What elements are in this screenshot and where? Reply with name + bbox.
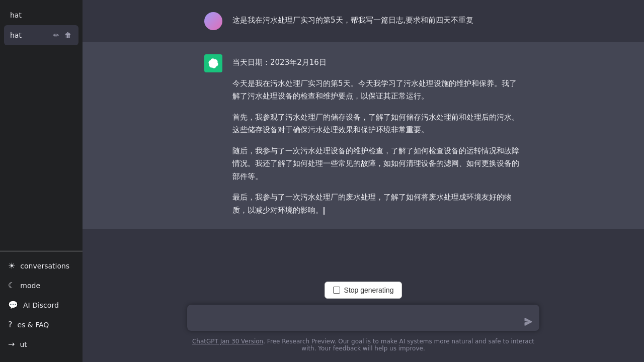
chat-item-label: hat	[10, 11, 72, 19]
sidebar-bottom-item-logout[interactable]: → ut	[4, 334, 78, 354]
bottom-item-icon-clear: ☀	[8, 261, 15, 270]
bottom-item-label-faq: es & FAQ	[18, 321, 49, 329]
assistant-para-4: 最后，我参与了一次污水处理厂的废水处理，了解了如何将废水处理成环境友好的物质，以…	[232, 191, 522, 217]
sidebar-chat-item-chat1[interactable]: hat	[4, 6, 78, 24]
chat-actions: ✏ 🗑	[52, 30, 72, 40]
user-message-text: 这是我在污水处理厂实习的第5天，帮我写一篇日志,要求和前四天不重复	[232, 14, 522, 27]
sidebar-bottom-item-discord[interactable]: 💬 AI Discord	[4, 295, 78, 315]
stop-generating-label: Stop generating	[344, 286, 394, 294]
stop-generating-button[interactable]: Stop generating	[325, 282, 403, 299]
edit-chat-button[interactable]: ✏	[52, 30, 60, 40]
input-area	[187, 305, 539, 333]
bottom-item-icon-faq: ?	[8, 320, 13, 329]
assistant-avatar	[204, 54, 222, 72]
sidebar-bottom-item-mode[interactable]: ☾ mode	[4, 276, 78, 295]
chat-item-label: hat	[10, 31, 49, 39]
bottom-item-label-discord: AI Discord	[23, 301, 59, 309]
assistant-para-3: 随后，我参与了一次污水处理设备的维护检查，了解了如何检查设备的运转情况和故障情况…	[232, 145, 522, 184]
delete-chat-button[interactable]: 🗑	[63, 30, 72, 40]
stop-icon	[333, 287, 340, 294]
sidebar: hathat ✏ 🗑 ☀ conversations☾ mode💬 AI Dis…	[0, 0, 83, 362]
bottom-item-label-logout: ut	[20, 340, 27, 348]
bottom-area: Stop generating ChatGPT Jan 30 Version. …	[83, 276, 644, 362]
send-button[interactable]	[523, 317, 533, 327]
assistant-message-row: 当天日期：2023年2月16日 今天是我在污水处理厂实习的第5天。今天我学习了污…	[83, 42, 644, 229]
assistant-para-2: 首先，我参观了污水处理厂的储存设备，了解了如何储存污水处理前和处理后的污水。这些…	[232, 111, 522, 137]
sidebar-bottom-nav: ☀ conversations☾ mode💬 AI Discord? es & …	[0, 251, 83, 358]
typing-cursor	[324, 207, 325, 215]
main-panel: 这是我在污水处理厂实习的第5天，帮我写一篇日志,要求和前四天不重复 当天日期：2…	[83, 0, 644, 362]
user-message-content: 这是我在污水处理厂实习的第5天，帮我写一篇日志,要求和前四天不重复	[232, 12, 522, 27]
footer-link[interactable]: ChatGPT Jan 30 Version	[192, 338, 263, 345]
bottom-item-label-mode: mode	[20, 282, 40, 290]
assistant-message-content: 当天日期：2023年2月16日 今天是我在污水处理厂实习的第5天。今天我学习了污…	[232, 54, 522, 217]
sidebar-bottom-item-clear[interactable]: ☀ conversations	[4, 256, 78, 276]
bottom-item-icon-mode: ☾	[8, 281, 15, 290]
bottom-item-label-clear: conversations	[20, 262, 69, 270]
date-line: 当天日期：2023年2月16日	[232, 56, 522, 69]
user-avatar	[204, 12, 222, 30]
assistant-para-1: 今天是我在污水处理厂实习的第5天。今天我学习了污水处理设施的维护和保养。我了解了…	[232, 77, 522, 103]
bottom-item-icon-discord: 💬	[8, 300, 18, 310]
assistant-para-4-text: 最后，我参与了一次污水处理厂的废水处理，了解了如何将废水处理成环境友好的物质，以…	[232, 193, 512, 215]
bottom-item-icon-logout: →	[8, 339, 15, 349]
footer: ChatGPT Jan 30 Version. Free Research Pr…	[187, 338, 539, 352]
chat-container[interactable]: 这是我在污水处理厂实习的第5天，帮我写一篇日志,要求和前四天不重复 当天日期：2…	[83, 0, 644, 276]
user-message-row: 这是我在污水处理厂实习的第5天，帮我写一篇日志,要求和前四天不重复	[83, 0, 644, 42]
footer-text: . Free Research Preview. Our goal is to …	[263, 338, 534, 352]
chat-input[interactable]	[187, 305, 539, 331]
sidebar-chat-list: hathat ✏ 🗑	[0, 4, 83, 47]
sidebar-bottom-item-faq[interactable]: ? es & FAQ	[4, 315, 78, 334]
sidebar-chat-item-chat2[interactable]: hat ✏ 🗑	[4, 25, 78, 45]
